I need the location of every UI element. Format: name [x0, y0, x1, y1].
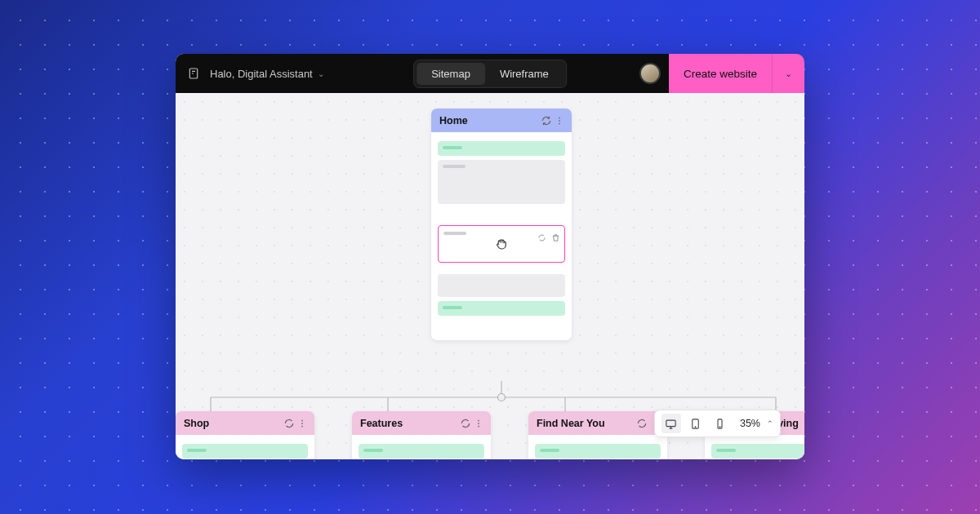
- section-block[interactable]: [438, 160, 565, 204]
- section-block-selected[interactable]: [438, 225, 565, 263]
- refresh-icon[interactable]: [460, 418, 471, 429]
- chevron-up-icon[interactable]: ⌃: [767, 419, 773, 428]
- device-desktop[interactable]: [662, 414, 681, 433]
- app-window: Halo, Digital Assistant ⌄ Sitemap Wirefr…: [176, 54, 804, 459]
- svg-point-16: [696, 426, 697, 427]
- trash-icon[interactable]: [551, 231, 560, 246]
- svg-point-8: [478, 419, 479, 421]
- page-title: Shop: [184, 418, 209, 429]
- refresh-icon[interactable]: [636, 418, 648, 429]
- refresh-icon[interactable]: [283, 418, 295, 429]
- zoom-widget: 35% ⌃: [654, 410, 781, 437]
- section-block[interactable]: [438, 301, 565, 316]
- project-breadcrumb[interactable]: Halo, Digital Assistant ⌄: [210, 68, 324, 80]
- section-block[interactable]: [535, 444, 661, 459]
- svg-point-5: [301, 419, 303, 421]
- svg-point-2: [559, 117, 560, 118]
- page-title: Features: [360, 418, 403, 429]
- zoom-level[interactable]: 35%: [740, 418, 760, 429]
- device-tablet[interactable]: [686, 414, 706, 433]
- page-title: Home: [439, 115, 468, 126]
- svg-point-18: [720, 426, 721, 427]
- section-block[interactable]: [359, 444, 484, 459]
- page-title: Find Near You: [537, 418, 605, 429]
- section-block[interactable]: [711, 444, 804, 459]
- card-header: Shop: [176, 411, 314, 435]
- page-card-home[interactable]: Home: [431, 109, 572, 340]
- svg-point-4: [559, 122, 560, 124]
- view-switch: Sitemap Wireframe: [413, 60, 567, 88]
- section-block[interactable]: [182, 444, 308, 459]
- card-header: Features: [352, 411, 491, 435]
- card-body: [431, 132, 572, 324]
- page-card-shop[interactable]: Shop: [176, 411, 314, 459]
- card-header: Find Near You: [528, 411, 667, 435]
- page-card-features[interactable]: Features: [352, 411, 491, 459]
- section-block[interactable]: [438, 141, 565, 156]
- tab-sitemap[interactable]: Sitemap: [416, 63, 485, 85]
- avatar[interactable]: [639, 63, 661, 84]
- cta-label: Create website: [669, 68, 772, 80]
- page-card-find-near-you[interactable]: Find Near You: [528, 411, 667, 459]
- svg-point-7: [301, 425, 303, 427]
- note-icon: [185, 65, 202, 82]
- tab-wireframe[interactable]: Wireframe: [485, 63, 564, 85]
- more-vertical-icon[interactable]: [296, 418, 308, 429]
- svg-point-1: [498, 394, 506, 401]
- card-header: Home: [431, 109, 572, 132]
- section-block[interactable]: [438, 274, 565, 297]
- refresh-icon[interactable]: [541, 115, 552, 126]
- canvas[interactable]: Home: [176, 93, 804, 459]
- svg-rect-14: [666, 420, 675, 427]
- more-vertical-icon[interactable]: [554, 115, 565, 126]
- svg-point-3: [559, 120, 560, 122]
- svg-point-9: [478, 423, 479, 424]
- device-mobile[interactable]: [710, 414, 730, 433]
- grab-cursor-icon: [494, 237, 509, 251]
- create-website-button[interactable]: Create website ⌄: [669, 54, 804, 93]
- refresh-icon[interactable]: [537, 231, 546, 246]
- svg-point-10: [478, 425, 479, 427]
- svg-point-6: [301, 423, 303, 424]
- chevron-down-icon: ⌄: [318, 69, 324, 78]
- more-vertical-icon[interactable]: [473, 418, 484, 429]
- topbar: Halo, Digital Assistant ⌄ Sitemap Wirefr…: [176, 54, 804, 93]
- project-name: Halo, Digital Assistant: [210, 68, 313, 80]
- chevron-down-icon[interactable]: ⌄: [772, 54, 804, 93]
